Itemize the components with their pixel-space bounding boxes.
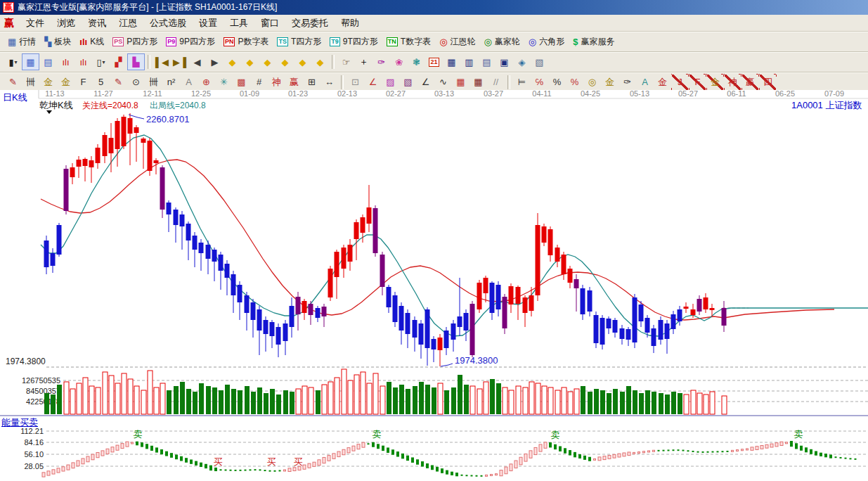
toolbar-item-T四方形[interactable]: TST四方形 xyxy=(273,34,325,49)
gann-diamond-x-icon[interactable]: ◆ xyxy=(276,53,294,70)
chip-distribution-icon[interactable]: ▞ xyxy=(110,53,127,70)
angle-lines-icon[interactable]: ∠ xyxy=(417,74,434,91)
menu-item-5[interactable]: 设置 xyxy=(193,15,224,31)
toolbar-item-赢家服务[interactable]: $赢家服务 xyxy=(569,34,618,49)
tick-mark-icon[interactable]: # xyxy=(250,74,268,91)
pencil-icon[interactable]: ✎ xyxy=(4,74,22,91)
notes-icon[interactable]: ▤ xyxy=(478,53,495,70)
calculator-icon[interactable]: ▦ xyxy=(443,53,460,70)
percent-red-icon[interactable]: ℅ xyxy=(531,74,548,91)
toolbar-item-板块[interactable]: ▚板块 xyxy=(41,34,75,49)
measure-width-icon[interactable]: ↔ xyxy=(320,74,338,91)
cycle-circle-icon[interactable]: ⊙ xyxy=(127,74,145,91)
gold-grid2-icon[interactable]: 金 xyxy=(57,74,75,91)
toolbar-item-9T四方形[interactable]: T99T四方形 xyxy=(326,34,382,49)
ray-fan-icon[interactable]: ∠ xyxy=(364,74,382,91)
calendar-icon[interactable]: 21 xyxy=(425,53,443,70)
angle-a-icon[interactable]: A xyxy=(636,74,654,91)
chart-window-icon[interactable]: ▦ xyxy=(22,53,39,70)
export-icon[interactable]: ◈ xyxy=(513,53,531,70)
toolbar-item-行情[interactable]: ▦行情 xyxy=(4,34,39,49)
marker-pen-icon[interactable]: ✑ xyxy=(373,53,390,70)
fib-line-icon[interactable]: F xyxy=(75,74,92,91)
menu-item-0[interactable]: 文件 xyxy=(20,15,51,31)
first-page-icon[interactable]: ▌◀ xyxy=(153,53,171,70)
last-page-icon[interactable]: ▶▐ xyxy=(171,53,188,70)
gold-grid-icon[interactable]: 金 xyxy=(39,74,57,91)
pan-hand-icon[interactable]: ☞ xyxy=(337,53,355,70)
quote-list-icon[interactable]: ▤ xyxy=(39,53,57,70)
data-table-icon[interactable]: ▥ xyxy=(460,53,478,70)
gann-diamond-left-icon[interactable]: ◆ xyxy=(224,53,241,70)
gann-diamond-right-icon[interactable]: ◆ xyxy=(241,53,259,70)
toolbar-item-P四方形[interactable]: PSP四方形 xyxy=(109,34,161,49)
win-tool-icon[interactable]: 赢 xyxy=(285,74,303,91)
toolbar-item-六角形[interactable]: ◎六角形 xyxy=(525,34,568,49)
toolbar-item-T数字表[interactable]: TNT数字表 xyxy=(383,34,434,49)
menu-item-9[interactable]: 帮助 xyxy=(335,15,365,31)
volume-panel-icon[interactable]: ▙ xyxy=(127,53,145,70)
menu-item-7[interactable]: 窗口 xyxy=(254,15,285,31)
box-hatch-icon[interactable]: ▧ xyxy=(399,74,417,91)
gann-diamond-star-icon[interactable]: ◆ xyxy=(294,53,311,70)
kline-type-caret-icon[interactable] xyxy=(46,110,52,114)
ruler-123-icon[interactable]: ⊞ xyxy=(303,74,320,91)
shen-tool-icon[interactable]: 神 xyxy=(268,74,285,91)
net-tool-icon[interactable]: ❃ xyxy=(408,53,425,70)
box-rays-icon[interactable]: ▨ xyxy=(382,74,399,91)
flower-tool-icon[interactable]: ❀ xyxy=(390,53,408,70)
kline-style-dropdown[interactable]: ▮▾ xyxy=(4,53,22,70)
percent-icon[interactable]: % xyxy=(548,74,566,91)
square-number-icon[interactable]: n² xyxy=(162,74,180,91)
indicator-title[interactable]: 能量买卖 xyxy=(1,416,38,429)
gann-circle-icon[interactable]: ⊕ xyxy=(197,74,215,91)
gann-diamond-all-icon[interactable]: ◆ xyxy=(311,53,329,70)
spider-web-icon[interactable]: ✳ xyxy=(215,74,233,91)
ink-pen-icon[interactable]: ✑ xyxy=(618,74,636,91)
four-angle-icon[interactable]: 四 xyxy=(759,74,777,91)
menu-item-4[interactable]: 公式选股 xyxy=(143,15,193,31)
win-angle-icon[interactable]: 赢 xyxy=(741,74,759,91)
save-icon[interactable]: ▣ xyxy=(495,53,513,70)
gold-angle-icon[interactable]: 金 xyxy=(706,74,724,91)
menu-item-6[interactable]: 工具 xyxy=(224,15,254,31)
toolbar-item-K线[interactable]: ılıK线 xyxy=(76,34,108,49)
toolbar-item-江恩轮[interactable]: ◎江恩轮 xyxy=(436,34,479,49)
pen2-icon[interactable]: ✎ xyxy=(110,74,127,91)
chart-area[interactable]: 11-1311-2712-1112-2501-0901-2302-1302-27… xyxy=(0,90,868,481)
wave-tool-icon[interactable]: ∿ xyxy=(434,74,452,91)
kline-type-selector[interactable]: 乾坤K线 xyxy=(39,99,73,112)
menu-item-3[interactable]: 江恩 xyxy=(112,15,143,31)
gann-diamond-h-icon[interactable]: ◆ xyxy=(259,53,276,70)
parallel-lines-icon[interactable]: // xyxy=(487,74,505,91)
comb-line-icon[interactable]: 卌 xyxy=(22,74,39,91)
comb2-icon[interactable]: 卌 xyxy=(145,74,162,91)
text-label-icon[interactable]: A xyxy=(180,74,197,91)
gold-circle-icon[interactable]: ◎ xyxy=(583,74,601,91)
shen-angle-icon[interactable]: 神 xyxy=(724,74,741,91)
mini-kline9-icon[interactable]: ılı xyxy=(75,53,92,70)
menu-item-1[interactable]: 浏览 xyxy=(51,15,82,31)
prev-icon[interactable]: ◀ xyxy=(188,53,206,70)
toolbar-item-9P四方形[interactable]: P99P四方形 xyxy=(162,34,219,49)
red-grid-icon[interactable]: ▦ xyxy=(452,74,469,91)
red-web-icon[interactable]: ▩ xyxy=(233,74,250,91)
mini-kline3-icon[interactable]: ılı xyxy=(57,53,75,70)
print-icon[interactable]: ▧ xyxy=(531,53,548,70)
menu-item-2[interactable]: 资讯 xyxy=(82,15,112,31)
menu-item-8[interactable]: 交易委托 xyxy=(285,15,335,31)
gold-under-icon[interactable]: 金 xyxy=(654,74,671,91)
next-icon[interactable]: ▶ xyxy=(206,53,224,70)
percent-line-icon[interactable]: % xyxy=(566,74,583,91)
candle-type-dropdown[interactable]: ▯▾ xyxy=(92,53,110,70)
toolbar-item-P数字表[interactable]: PNP数字表 xyxy=(220,34,273,49)
crosshair-icon[interactable]: ＋ xyxy=(355,53,373,70)
dark-grid-icon[interactable]: ▦ xyxy=(469,74,487,91)
toolbar-item-赢家轮[interactable]: ◎赢家轮 xyxy=(481,34,524,49)
j-angle-icon[interactable]: J xyxy=(671,74,689,91)
five-segment-icon[interactable]: 5 xyxy=(92,74,110,91)
box-select-icon[interactable]: ⊡ xyxy=(346,74,364,91)
bar-scale-icon[interactable]: ⊨ xyxy=(513,74,531,91)
kline-chart-canvas[interactable]: 11-1311-2712-1112-2501-0901-2302-1302-27… xyxy=(0,90,868,481)
f-angle-icon[interactable]: F xyxy=(689,74,706,91)
